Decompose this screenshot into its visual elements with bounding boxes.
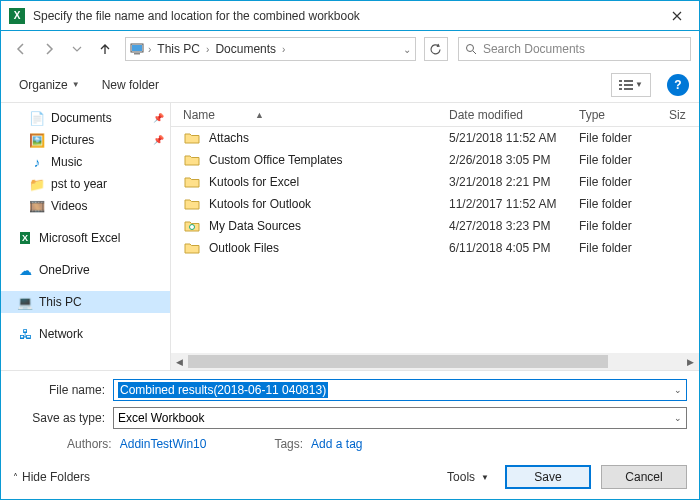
filename-row: File name: Combined results(2018-06-11 0… — [13, 379, 687, 401]
filename-value: Combined results(2018-06-11 040813) — [118, 382, 328, 398]
file-type: File folder — [579, 197, 669, 211]
saveas-value: Excel Workbook — [118, 411, 204, 425]
refresh-button[interactable] — [424, 37, 448, 61]
close-button[interactable] — [655, 1, 699, 31]
authors-value[interactable]: AddinTestWin10 — [120, 437, 207, 451]
folder-icon: 📁 — [29, 176, 45, 192]
nav-tree[interactable]: 📄Documents 🖼️Pictures ♪Music 📁pst to yea… — [1, 103, 171, 370]
search-icon — [465, 43, 477, 55]
chevron-down-icon[interactable]: ⌄ — [401, 44, 413, 55]
file-row[interactable]: Kutools for Excel3/21/2018 2:21 PMFile f… — [171, 171, 699, 193]
window-title: Specify the file name and location for t… — [33, 9, 655, 23]
saveas-combo[interactable]: Excel Workbook ⌄ — [113, 407, 687, 429]
tree-onedrive[interactable]: ☁OneDrive — [1, 259, 170, 281]
search-input[interactable]: Search Documents — [458, 37, 691, 61]
svg-rect-5 — [619, 84, 622, 86]
cancel-button[interactable]: Cancel — [601, 465, 687, 489]
filename-input[interactable]: Combined results(2018-06-11 040813) ⌄ — [113, 379, 687, 401]
file-name: Custom Office Templates — [209, 153, 449, 167]
col-name[interactable]: Name — [183, 108, 215, 122]
file-type: File folder — [579, 241, 669, 255]
file-row[interactable]: My Data Sources4/27/2018 3:23 PMFile fol… — [171, 215, 699, 237]
file-type: File folder — [579, 219, 669, 233]
sort-asc-icon: ▲ — [255, 110, 264, 120]
forward-button[interactable] — [37, 37, 61, 61]
arrow-up-icon — [98, 42, 112, 56]
save-dialog: X Specify the file name and location for… — [0, 0, 700, 500]
file-row[interactable]: Attachs5/21/2018 11:52 AMFile folder — [171, 127, 699, 149]
col-type[interactable]: Type — [579, 108, 669, 122]
tree-network[interactable]: 🖧Network — [1, 323, 170, 345]
tools-button[interactable]: Tools▼ — [441, 470, 495, 484]
breadcrumb-folder[interactable]: Documents — [211, 40, 280, 58]
close-icon — [672, 11, 682, 21]
breadcrumb-root[interactable]: This PC — [153, 40, 204, 58]
column-headers[interactable]: Name▲ Date modified Type Siz — [171, 103, 699, 127]
file-type: File folder — [579, 131, 669, 145]
svg-rect-8 — [624, 84, 633, 86]
col-date[interactable]: Date modified — [449, 108, 579, 122]
col-size[interactable]: Siz — [669, 108, 699, 122]
view-options-button[interactable]: ▼ — [611, 73, 651, 97]
pc-icon — [128, 40, 146, 58]
toolbar: Organize▼ New folder ▼ ? — [1, 67, 699, 103]
horizontal-scrollbar[interactable]: ◀ ▶ — [171, 353, 699, 370]
tree-pictures[interactable]: 🖼️Pictures — [1, 129, 170, 151]
tree-music[interactable]: ♪Music — [1, 151, 170, 173]
chevron-down-icon[interactable]: ⌄ — [674, 413, 682, 423]
tags-value[interactable]: Add a tag — [311, 437, 362, 451]
tree-thispc[interactable]: 💻This PC — [1, 291, 170, 313]
scroll-thumb[interactable] — [188, 355, 608, 368]
file-name: Kutools for Excel — [209, 175, 449, 189]
excel-icon: X — [17, 230, 33, 246]
tree-excel[interactable]: XMicrosoft Excel — [1, 227, 170, 249]
chevron-down-icon: ▼ — [635, 80, 643, 89]
arrow-left-icon — [14, 42, 28, 56]
file-name: My Data Sources — [209, 219, 449, 233]
file-date: 11/2/2017 11:52 AM — [449, 197, 579, 211]
file-list[interactable]: Attachs5/21/2018 11:52 AMFile folderCust… — [171, 127, 699, 353]
file-row[interactable]: Custom Office Templates2/26/2018 3:05 PM… — [171, 149, 699, 171]
tree-videos[interactable]: 🎞️Videos — [1, 195, 170, 217]
recent-button[interactable] — [65, 37, 89, 61]
chevron-right-icon: › — [146, 44, 153, 55]
scroll-left-button[interactable]: ◀ — [171, 353, 188, 370]
tree-psttoyear[interactable]: 📁pst to year — [1, 173, 170, 195]
file-date: 4/27/2018 3:23 PM — [449, 219, 579, 233]
file-area: Name▲ Date modified Type Siz Attachs5/21… — [171, 103, 699, 370]
file-row[interactable]: Outlook Files6/11/2018 4:05 PMFile folde… — [171, 237, 699, 259]
file-row[interactable]: Kutools for Outlook11/2/2017 11:52 AMFil… — [171, 193, 699, 215]
tags-label: Tags: — [274, 437, 303, 451]
breadcrumb[interactable]: › This PC › Documents › ⌄ — [125, 37, 416, 61]
chevron-down-icon — [72, 44, 82, 54]
new-folder-button[interactable]: New folder — [94, 74, 167, 96]
svg-rect-9 — [624, 88, 633, 90]
file-date: 6/11/2018 4:05 PM — [449, 241, 579, 255]
folder-icon — [183, 174, 201, 190]
scroll-track[interactable] — [188, 353, 682, 370]
hide-folders-button[interactable]: ˄Hide Folders — [13, 470, 90, 484]
file-name: Outlook Files — [209, 241, 449, 255]
file-type: File folder — [579, 175, 669, 189]
chevron-down-icon[interactable]: ⌄ — [674, 385, 682, 395]
svg-point-3 — [466, 45, 473, 52]
help-button[interactable]: ? — [667, 74, 689, 96]
chevron-up-icon: ˄ — [13, 472, 18, 483]
up-button[interactable] — [93, 37, 117, 61]
file-date: 3/21/2018 2:21 PM — [449, 175, 579, 189]
folder-icon — [183, 240, 201, 256]
back-button[interactable] — [9, 37, 33, 61]
tree-documents[interactable]: 📄Documents — [1, 107, 170, 129]
save-button[interactable]: Save — [505, 465, 591, 489]
folder-icon — [183, 130, 201, 146]
file-date: 2/26/2018 3:05 PM — [449, 153, 579, 167]
organize-button[interactable]: Organize▼ — [11, 74, 88, 96]
scroll-right-button[interactable]: ▶ — [682, 353, 699, 370]
excel-app-icon: X — [9, 8, 25, 24]
folder-icon — [183, 196, 201, 212]
chevron-down-icon: ▼ — [72, 80, 80, 89]
file-type: File folder — [579, 153, 669, 167]
search-placeholder: Search Documents — [483, 42, 585, 56]
svg-rect-2 — [134, 53, 140, 55]
file-name: Kutools for Outlook — [209, 197, 449, 211]
